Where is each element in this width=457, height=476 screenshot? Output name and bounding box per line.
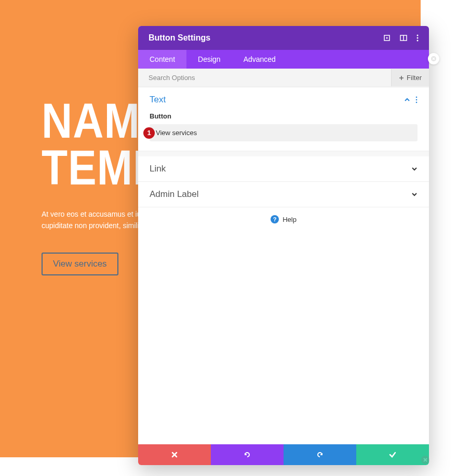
more-icon[interactable] bbox=[416, 34, 419, 42]
tab-advanced[interactable]: Advanced bbox=[232, 50, 287, 69]
svg-point-6 bbox=[417, 40, 419, 42]
svg-point-10 bbox=[416, 99, 418, 101]
section-link-head[interactable]: Link bbox=[138, 156, 429, 181]
tab-content[interactable]: Content bbox=[138, 50, 186, 69]
help-icon: ? bbox=[271, 215, 279, 223]
check-icon bbox=[388, 451, 397, 459]
redo-icon bbox=[316, 451, 324, 459]
section-admin-label-head[interactable]: Admin Label bbox=[138, 182, 429, 207]
help-row[interactable]: ? Help bbox=[138, 207, 429, 231]
expand-icon[interactable] bbox=[383, 34, 391, 42]
filter-label: Filter bbox=[407, 74, 422, 82]
undo-button[interactable] bbox=[211, 444, 284, 465]
section-text-icons bbox=[404, 96, 418, 103]
section-admin-label: Admin Label bbox=[138, 182, 429, 207]
search-input[interactable] bbox=[138, 69, 391, 87]
cancel-icon bbox=[171, 451, 178, 458]
spacer bbox=[138, 151, 429, 156]
section-text-title: Text bbox=[150, 95, 166, 105]
header-icon-group bbox=[383, 34, 419, 42]
tab-design[interactable]: Design bbox=[186, 50, 232, 69]
section-link: Link bbox=[138, 156, 429, 182]
redo-button[interactable] bbox=[284, 444, 356, 465]
corner-close-icon[interactable] bbox=[421, 455, 430, 465]
button-field-label: Button bbox=[150, 112, 418, 120]
modal-title: Button Settings bbox=[149, 33, 210, 43]
more-vertical-icon[interactable] bbox=[415, 96, 418, 103]
modal-footer bbox=[138, 444, 429, 465]
section-text-body: Button 1 bbox=[138, 112, 429, 151]
section-text: Text Button 1 bbox=[138, 87, 429, 151]
columns-icon[interactable] bbox=[400, 34, 407, 42]
svg-point-1 bbox=[386, 37, 388, 39]
modal-header: Button Settings bbox=[138, 26, 429, 50]
button-settings-modal: Button Settings Content Design Advanced … bbox=[138, 26, 429, 465]
close-icon bbox=[431, 56, 437, 62]
chevron-up-icon bbox=[404, 97, 410, 103]
step-badge: 1 bbox=[143, 127, 155, 139]
section-admin-label-title: Admin Label bbox=[150, 189, 199, 200]
svg-point-9 bbox=[416, 97, 418, 98]
plus-icon bbox=[399, 75, 404, 81]
cancel-button[interactable] bbox=[138, 444, 211, 465]
svg-point-11 bbox=[416, 102, 418, 103]
undo-icon bbox=[243, 451, 251, 459]
close-modal-button[interactable] bbox=[428, 53, 439, 64]
help-label: Help bbox=[283, 216, 297, 223]
svg-point-4 bbox=[417, 35, 419, 36]
button-text-input[interactable] bbox=[150, 124, 418, 141]
settings-sections: Text Button 1 Link bbox=[138, 87, 429, 444]
filter-button[interactable]: Filter bbox=[391, 69, 429, 86]
svg-point-5 bbox=[417, 37, 419, 39]
section-text-head[interactable]: Text bbox=[138, 87, 429, 112]
section-link-title: Link bbox=[150, 164, 166, 174]
tab-bar: Content Design Advanced bbox=[138, 50, 429, 69]
search-row: Filter bbox=[138, 69, 429, 87]
view-services-button[interactable]: View services bbox=[42, 253, 118, 275]
chevron-down-icon bbox=[411, 166, 418, 172]
save-button[interactable] bbox=[356, 444, 429, 465]
button-field-wrap: 1 bbox=[150, 124, 418, 141]
chevron-down-icon bbox=[411, 191, 418, 197]
